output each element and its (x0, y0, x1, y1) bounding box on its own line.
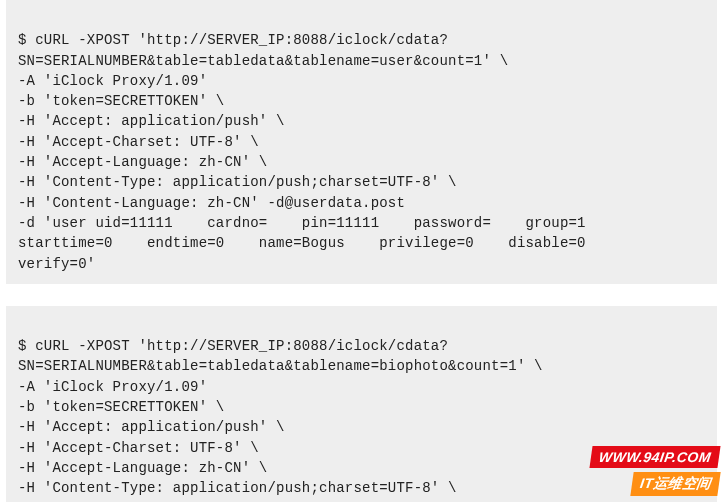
code-line: -H 'Accept-Language: zh-CN' \ (18, 154, 267, 170)
code-line: verify=0' (18, 256, 95, 272)
code-line: -H 'Content-Type: application/push;chars… (18, 480, 457, 496)
code-line: -H 'Accept-Charset: UTF-8' \ (18, 440, 259, 456)
code-block-2: $ cURL -XPOST 'http://SERVER_IP:8088/icl… (6, 306, 717, 502)
code-line: -H 'Content-Language: zh-CN' -d@userdata… (18, 195, 405, 211)
code-block-1: $ cURL -XPOST 'http://SERVER_IP:8088/icl… (6, 0, 717, 284)
code-line: -H 'Accept: application/push' \ (18, 419, 285, 435)
code-line: -b 'token=SECRETTOKEN' \ (18, 93, 224, 109)
code-line: $ cURL -XPOST 'http://SERVER_IP:8088/icl… (18, 32, 508, 68)
code-line: -H 'Content-Type: application/push;chars… (18, 174, 457, 190)
code-line: -A 'iClock Proxy/1.09' (18, 73, 207, 89)
code-line: $ cURL -XPOST 'http://SERVER_IP:8088/icl… (18, 338, 543, 374)
code-line: -H 'Accept-Language: zh-CN' \ (18, 460, 267, 476)
code-line: starttime=0 endtime=0 name=Bogus privile… (18, 235, 586, 251)
code-line: -b 'token=SECRETTOKEN' \ (18, 399, 224, 415)
code-line: -d 'user uid=11111 cardno= pin=11111 pas… (18, 215, 586, 231)
code-line: -A 'iClock Proxy/1.09' (18, 379, 207, 395)
code-line: -H 'Accept: application/push' \ (18, 113, 285, 129)
code-line: -H 'Accept-Charset: UTF-8' \ (18, 134, 259, 150)
